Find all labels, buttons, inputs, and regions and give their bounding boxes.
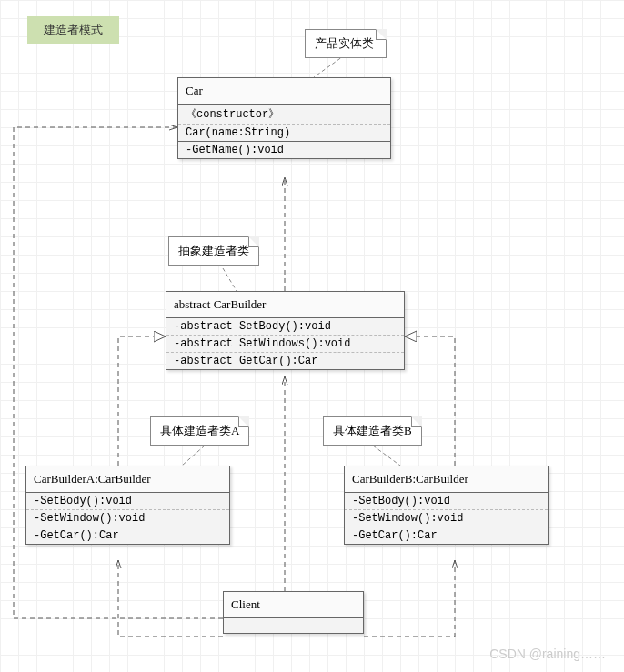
class-client: Client [223, 591, 364, 634]
class-name: abstract CarBuilder [174, 297, 266, 311]
class-name: Client [231, 597, 260, 611]
method: -GetName():void [178, 142, 390, 158]
class-name: Car [186, 84, 203, 97]
diagram-title: 建造者模式 [27, 16, 119, 44]
empty-section [224, 618, 363, 633]
class-builder-b: CarBuilderB:CarBuilder -SetBody():void -… [344, 466, 549, 545]
svg-line-2 [223, 268, 237, 291]
class-car: Car 《constructor》 Car(name:String) -GetN… [177, 77, 391, 159]
class-name: CarBuilderB:CarBuilder [352, 472, 468, 486]
watermark: CSDN @raining…… [489, 647, 606, 661]
method: -SetWindow():void [345, 510, 548, 527]
method: -abstract SetWindows():void [166, 336, 404, 353]
class-car-builder: abstract CarBuilder -abstract SetBody():… [166, 291, 405, 370]
method: -abstract SetBody():void [166, 318, 404, 336]
method: -SetWindow():void [26, 510, 229, 527]
note-builder-b: 具体建造者类B [323, 416, 422, 446]
note-label: 产品实体类 [315, 36, 374, 50]
method: -GetCar():Car [345, 527, 548, 544]
note-product: 产品实体类 [305, 29, 387, 58]
method: -GetCar():Car [26, 527, 229, 544]
note-label: 具体建造者类A [160, 424, 239, 437]
method: -abstract GetCar():Car [166, 353, 404, 369]
note-builder-a: 具体建造者类A [150, 416, 249, 446]
method: -SetBody():void [345, 493, 548, 510]
note-label: 具体建造者类B [333, 424, 412, 437]
class-name: CarBuilderA:CarBuilder [34, 472, 151, 486]
note-abstract-builder: 抽象建造者类 [168, 236, 259, 266]
svg-line-3 [182, 446, 205, 466]
class-builder-a: CarBuilderA:CarBuilder -SetBody():void -… [25, 466, 230, 545]
svg-line-4 [373, 446, 400, 466]
constructor: Car(name:String) [178, 125, 390, 141]
title-text: 建造者模式 [44, 23, 103, 36]
stereotype: 《constructor》 [178, 105, 390, 125]
method: -SetBody():void [26, 493, 229, 510]
note-label: 抽象建造者类 [178, 244, 249, 257]
